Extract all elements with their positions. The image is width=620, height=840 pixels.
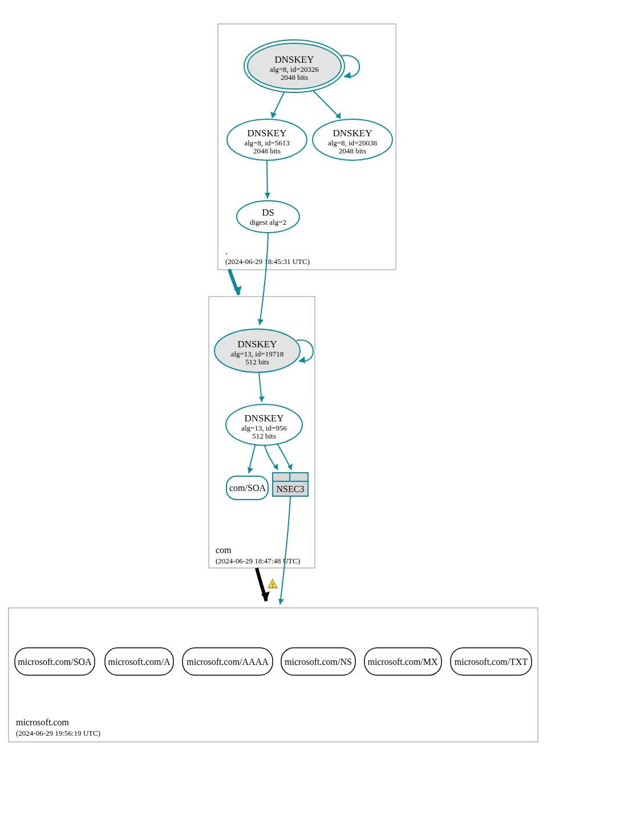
svg-marker-27 — [278, 599, 284, 604]
com-soa-label: com/SOA — [229, 483, 266, 493]
svg-text:microsoft.com/MX: microsoft.com/MX — [367, 657, 438, 667]
com-ksk-l3: 512 bits — [245, 358, 269, 366]
svg-marker-14 — [299, 356, 305, 363]
zone-com: com (2024-06-29 18:47:48 UTC) DNSKEY alg… — [209, 297, 315, 568]
zone-com-name: com — [216, 545, 232, 555]
svg-text:microsoft.com/AAAA: microsoft.com/AAAA — [187, 657, 269, 667]
rr-soa[interactable]: microsoft.com/SOA — [15, 648, 95, 675]
svg-marker-16 — [259, 396, 265, 402]
root-zsk1-l2: alg=8, id=5613 — [244, 139, 290, 147]
rr-aaaa[interactable]: microsoft.com/AAAA — [183, 648, 273, 675]
zone-com-ts: (2024-06-29 18:47:48 UTC) — [216, 557, 300, 565]
svg-marker-3 — [344, 72, 351, 79]
node-root-ds[interactable]: DS digest alg=2 — [237, 201, 299, 233]
zone-root: . (2024-06-29 18:45:31 UTC) DNSKEY alg=8… — [218, 24, 396, 270]
svg-marker-9 — [265, 193, 270, 198]
com-zsk-l3: 512 bits — [252, 432, 276, 440]
svg-text:microsoft.com/TXT: microsoft.com/TXT — [455, 657, 528, 667]
svg-marker-6 — [270, 112, 277, 118]
edge-nsec3-to-microsoft — [280, 497, 290, 604]
node-root-zsk2[interactable]: DNSKEY alg=8, id=20038 2048 bits — [313, 119, 392, 160]
rr-a[interactable]: microsoft.com/A — [105, 648, 173, 675]
root-ds-l2: digest alg=2 — [250, 218, 286, 226]
node-root-ksk[interactable]: DNSKEY alg=8, id=20326 2048 bits — [244, 40, 345, 92]
root-ksk-l3: 2048 bits — [281, 73, 308, 82]
svg-marker-11 — [258, 319, 264, 325]
node-com-zsk[interactable]: DNSKEY alg=13, id=956 512 bits — [226, 404, 302, 445]
zone-ms-ts: (2024-06-29 19:56:19 UTC) — [16, 729, 100, 737]
root-zsk2-title: DNSKEY — [333, 128, 372, 139]
rr-mx[interactable]: microsoft.com/MX — [364, 648, 441, 675]
zone-ms-name: microsoft.com — [16, 717, 69, 727]
edge-ds-to-com-ksk — [260, 233, 268, 325]
dnssec-graph: . (2024-06-29 18:45:31 UTC) DNSKEY alg=8… — [0, 0, 620, 840]
zone-microsoft: microsoft.com (2024-06-29 19:56:19 UTC) … — [9, 608, 538, 742]
rr-txt[interactable]: microsoft.com/TXT — [451, 648, 532, 675]
com-ksk-l2: alg=13, id=19718 — [231, 350, 284, 358]
node-com-ksk[interactable]: DNSKEY alg=13, id=19718 512 bits — [214, 329, 300, 372]
svg-text:microsoft.com/SOA: microsoft.com/SOA — [18, 657, 92, 667]
root-ds-title: DS — [262, 207, 274, 218]
com-nsec3-label: NSEC3 — [277, 484, 305, 494]
node-com-soa[interactable]: com/SOA — [226, 476, 268, 500]
rr-ns[interactable]: microsoft.com/NS — [281, 648, 355, 675]
zone-root-name: . — [225, 246, 228, 256]
root-ksk-title: DNSKEY — [275, 54, 314, 65]
svg-text:microsoft.com/NS: microsoft.com/NS — [285, 657, 352, 667]
root-zsk2-l2: alg=8, id=20038 — [328, 139, 377, 147]
com-zsk-l2: alg=13, id=956 — [241, 424, 287, 432]
com-zsk-title: DNSKEY — [245, 413, 284, 424]
node-com-nsec3[interactable]: NSEC3 — [273, 473, 308, 496]
com-ksk-title: DNSKEY — [238, 339, 277, 350]
warning-icon[interactable]: ! — [268, 579, 277, 589]
root-ksk-l2: alg=8, id=20326 — [270, 65, 319, 74]
svg-rect-28 — [9, 608, 538, 742]
svg-text:!: ! — [271, 582, 274, 589]
node-root-zsk1[interactable]: DNSKEY alg=8, id=5613 2048 bits — [227, 119, 307, 160]
zone-root-ts: (2024-06-29 18:45:31 UTC) — [225, 257, 310, 266]
root-zsk2-l3: 2048 bits — [339, 147, 366, 155]
root-zsk1-l3: 2048 bits — [253, 147, 281, 155]
svg-text:microsoft.com/A: microsoft.com/A — [108, 657, 171, 667]
root-zsk1-title: DNSKEY — [248, 128, 287, 139]
